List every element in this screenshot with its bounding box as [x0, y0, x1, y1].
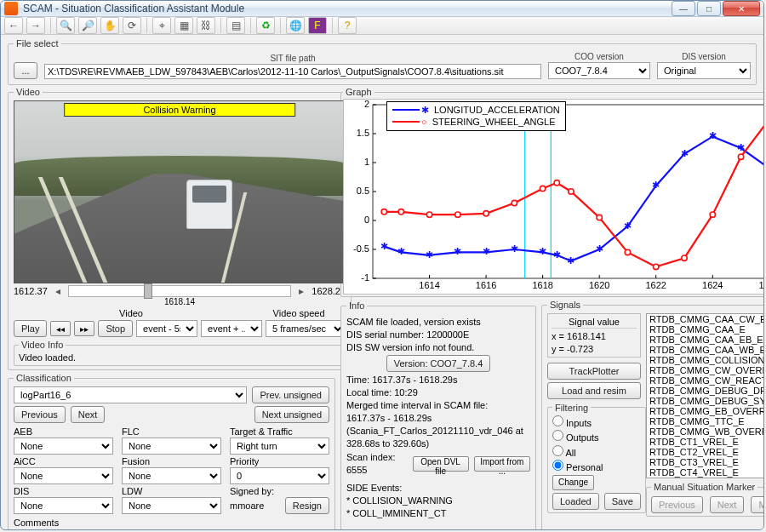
logpart-select[interactable]: logPart16_6: [14, 386, 247, 403]
priority-select[interactable]: 0: [230, 467, 329, 484]
van-vehicle: [186, 180, 232, 229]
flc-select[interactable]: None: [122, 438, 221, 455]
change-button[interactable]: Change: [552, 475, 594, 490]
window-title: SCAM - Situation Classification Assistan…: [23, 3, 672, 14]
flc-label: FLC: [122, 426, 221, 437]
msm-previous-button[interactable]: Previous: [651, 496, 703, 513]
list-item[interactable]: RTDB_CMMG_TTC_E: [647, 416, 764, 426]
list-item[interactable]: RTDB_CMMG_CAA_CW_E: [647, 314, 764, 324]
list-item[interactable]: RTDB_CMMG_EB_OVERRIDE_E: [647, 406, 764, 416]
svg-text:0.5: 0.5: [357, 186, 369, 196]
rotate-icon[interactable]: ⟳: [123, 17, 141, 34]
zoom-in-icon[interactable]: 🔍: [56, 17, 75, 34]
msm-group: Manual Situation Marker Previous Next Ma…: [646, 482, 764, 517]
zoom-out-icon[interactable]: 🔎: [78, 17, 97, 34]
slider-left-icon[interactable]: ◂: [51, 285, 65, 297]
list-item[interactable]: RTDB_CMMG_DEBUG_SYSTCHK_E: [647, 396, 764, 406]
sit-path-input[interactable]: [44, 64, 541, 79]
list-item[interactable]: RTDB_CT1_VREL_E: [647, 437, 764, 447]
rewind-button[interactable]: ◂◂: [50, 321, 71, 336]
svg-point-62: [625, 249, 630, 255]
list-item[interactable]: RTDB_CMMG_WB_OVERRIDE_E: [647, 426, 764, 437]
list-item[interactable]: RTDB_CMMG_CAA_WB_E: [647, 345, 764, 355]
forward-icon[interactable]: →: [26, 17, 45, 34]
tt-select[interactable]: Right turn: [230, 438, 329, 455]
info-line6: Merged time interval in SCAM file:: [346, 399, 530, 412]
app-window: SCAM - Situation Classification Assistan…: [0, 0, 764, 530]
post-event-select[interactable]: event + ...: [201, 320, 262, 337]
save-filter-button[interactable]: Save: [604, 493, 641, 510]
svg-point-54: [426, 212, 432, 217]
svg-point-66: [738, 154, 743, 159]
resign-button[interactable]: Resign: [285, 497, 329, 514]
browse-button[interactable]: ...: [14, 62, 37, 79]
datacursor-icon[interactable]: ⌖: [152, 17, 171, 34]
list-item[interactable]: RTDB_CMMG_CW_REACT_TIME_E: [647, 375, 764, 386]
help-icon[interactable]: ?: [338, 17, 357, 34]
import-from-button[interactable]: Import from ...: [474, 456, 530, 472]
refresh-icon[interactable]: ♻: [256, 17, 275, 34]
msm-next-button[interactable]: Next: [710, 496, 745, 513]
list-item[interactable]: RTDB_CMMG_CW_OVERRIDE_E: [647, 365, 764, 375]
dis-select[interactable]: None: [14, 497, 113, 514]
close-button[interactable]: ✕: [723, 1, 760, 16]
list-item[interactable]: RTDB_CT4_VREL_E: [647, 467, 764, 478]
filter-personal[interactable]: Personal Change: [552, 460, 641, 490]
link-icon[interactable]: ⛓: [197, 17, 215, 34]
dis-version-select[interactable]: Original: [657, 62, 751, 79]
svg-text:✱: ✱: [709, 130, 717, 140]
next-unsigned-button[interactable]: Next unsigned: [254, 406, 329, 423]
video-info-legend: Video Info: [19, 340, 66, 350]
open-dvl-button[interactable]: Open DVL file: [413, 456, 469, 472]
forward-button[interactable]: ▸▸: [74, 321, 94, 336]
list-item[interactable]: RTDB_CMMG_CAA_E: [647, 324, 764, 335]
list-item[interactable]: RTDB_CT5_VREL_E: [647, 478, 764, 478]
signals-list[interactable]: RTDB_CMMG_CAA_CW_ERTDB_CMMG_CAA_ERTDB_CM…: [646, 313, 764, 478]
svg-text:✱: ✱: [652, 180, 660, 190]
globe-icon[interactable]: 🌐: [286, 17, 305, 34]
minimize-button[interactable]: —: [672, 1, 695, 16]
graph-canvas[interactable]: ✱LONGITUD_ACCELERATION ○STEERING_WHEEL_A…: [343, 99, 764, 295]
back-icon[interactable]: ←: [4, 17, 23, 34]
trackplotter-button[interactable]: TrackPlotter: [547, 363, 641, 380]
filter-all[interactable]: All: [552, 445, 641, 460]
brush-icon[interactable]: ▦: [174, 17, 193, 34]
list-item[interactable]: RTDB_CMMG_CAA_EB_E: [647, 335, 764, 345]
slider-right-icon[interactable]: ▸: [294, 285, 308, 297]
load-resim-button[interactable]: Load and resim: [547, 382, 641, 399]
list-item[interactable]: RTDB_CT3_VREL_E: [647, 457, 764, 467]
aicc-select[interactable]: None: [14, 467, 113, 484]
svg-text:✱: ✱: [567, 255, 574, 266]
ldw-select[interactable]: None: [122, 497, 221, 514]
list-item[interactable]: RTDB_CMMG_DEBUG_DRVINFL_E: [647, 386, 764, 396]
aeb-select[interactable]: None: [14, 438, 113, 455]
loaded-button[interactable]: Loaded: [552, 493, 599, 510]
info-group: Info SCAM file loaded, version exists DI…: [340, 300, 536, 530]
maximize-button[interactable]: □: [697, 1, 721, 16]
video-speed-select[interactable]: 5 frames/sec: [266, 320, 346, 337]
file-select-legend: File select: [14, 38, 61, 49]
plugin-icon[interactable]: F: [308, 17, 327, 34]
coo-version-select[interactable]: COO7_7.8.4: [548, 62, 650, 79]
video-label: Video: [14, 308, 249, 318]
dis-version-label: DIS version: [657, 52, 751, 61]
msm-mark-button[interactable]: Mark: [751, 496, 764, 513]
signal-value-label: Signal value: [552, 316, 637, 329]
pan-icon[interactable]: ✋: [100, 17, 119, 34]
svg-text:✱: ✱: [624, 220, 632, 231]
previous-button[interactable]: Previous: [14, 406, 66, 423]
filter-outputs[interactable]: Outputs: [552, 430, 641, 445]
colorbar-icon[interactable]: ▤: [226, 17, 245, 34]
list-item[interactable]: RTDB_CT2_VREL_E: [647, 447, 764, 457]
next-button[interactable]: Next: [71, 406, 106, 423]
version-button[interactable]: Version: COO7_7.8.4: [386, 355, 491, 372]
filter-inputs[interactable]: Inputs: [552, 415, 641, 431]
priority-label: Priority: [230, 456, 329, 466]
play-button[interactable]: Play: [14, 320, 47, 337]
pre-event-select[interactable]: event - 5s: [136, 320, 197, 337]
list-item[interactable]: RTDB_CMMG_COLLISION_WARNING_E: [647, 355, 764, 365]
video-slider[interactable]: [68, 285, 292, 297]
fusion-select[interactable]: None: [122, 467, 221, 484]
stop-button[interactable]: Stop: [98, 320, 133, 337]
prev-unsigned-button[interactable]: Prev. unsigned: [252, 386, 329, 403]
